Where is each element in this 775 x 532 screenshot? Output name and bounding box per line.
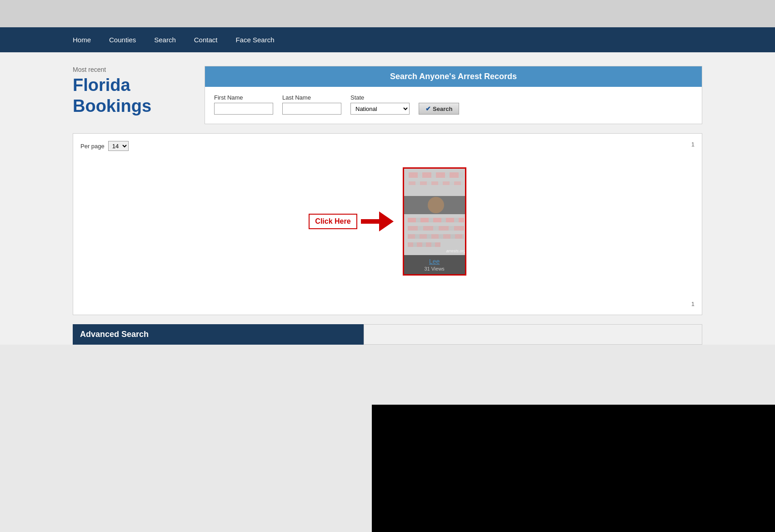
results-section: Per page 7 14 28 56 1 Click Here [73, 133, 702, 315]
mugshot-body: arrests.org [404, 214, 466, 255]
header-section: Most recent Florida Bookings Search Anyo… [73, 52, 702, 133]
booking-card-footer: Lee 31 Views [404, 255, 465, 274]
mugshot-face [404, 196, 466, 214]
nav-contact[interactable]: Contact [194, 32, 218, 47]
per-page-select[interactable]: 7 14 28 56 [108, 141, 129, 151]
mugshot-top [404, 169, 466, 196]
click-here-annotation: Click Here [309, 211, 393, 231]
arrow-head-icon [379, 211, 394, 231]
search-button[interactable]: ✔ Search [419, 103, 459, 115]
arrow-shaft [361, 219, 379, 224]
redact-bar-3 [408, 242, 440, 247]
page-title-line1: Florida [73, 75, 130, 95]
page-title-area: Most recent Florida Bookings [73, 66, 186, 116]
arrest-search-box: Search Anyone's Arrest Records First Nam… [205, 66, 702, 124]
page-count-top: 1 [691, 141, 695, 148]
search-button-label: Search [433, 105, 452, 112]
page-title: Florida Bookings [73, 75, 186, 116]
redact-bar-2 [408, 234, 464, 239]
advanced-search-box: Advanced Search [73, 324, 364, 345]
per-page-row: Per page 7 14 28 56 [80, 141, 695, 151]
navbar: Home Counties Search Contact Face Search [0, 27, 775, 52]
nav-home[interactable]: Home [73, 32, 91, 47]
first-name-label: First Name [214, 94, 273, 101]
black-overlay [372, 405, 775, 532]
main-content: Most recent Florida Bookings Search Anyo… [0, 52, 775, 345]
advanced-search-header: Advanced Search [73, 324, 364, 345]
booking-card-image: arrests.org [404, 169, 466, 255]
search-fields: First Name Last Name State National Flor… [214, 94, 693, 115]
page-count-bottom: 1 [691, 301, 695, 307]
checkmark-icon: ✔ [425, 105, 431, 112]
nav-search[interactable]: Search [154, 32, 176, 47]
nav-face-search[interactable]: Face Search [235, 32, 274, 47]
last-name-field: Last Name [282, 94, 341, 115]
click-here-label: Click Here [309, 214, 357, 229]
face-circle [428, 197, 444, 213]
search-box-header: Search Anyone's Arrest Records [205, 66, 702, 87]
page-title-line2: Bookings [73, 96, 151, 115]
first-name-field: First Name [214, 94, 273, 115]
watermark: arrests.org [446, 249, 466, 253]
state-label: State [350, 94, 410, 101]
state-select[interactable]: National Florida Alabama Georgia Texas [350, 103, 410, 115]
top-gray-bar [0, 0, 775, 27]
first-name-input[interactable] [214, 103, 273, 115]
booking-card[interactable]: arrests.org Lee 31 Views [403, 167, 466, 276]
most-recent-label: Most recent [73, 66, 186, 73]
search-box-body: First Name Last Name State National Flor… [205, 87, 702, 124]
right-panel [364, 324, 702, 345]
advanced-search-section: Advanced Search [73, 324, 702, 345]
booking-card-views: 31 Views [406, 266, 463, 271]
per-page-label: Per page [80, 143, 105, 150]
last-name-input[interactable] [282, 103, 341, 115]
state-field: State National Florida Alabama Georgia T… [350, 94, 410, 115]
nav-counties[interactable]: Counties [109, 32, 136, 47]
last-name-label: Last Name [282, 94, 341, 101]
booking-card-name[interactable]: Lee [406, 258, 463, 265]
cards-area: Click Here arrests.org [80, 158, 695, 285]
arrow-wrapper [361, 211, 394, 231]
